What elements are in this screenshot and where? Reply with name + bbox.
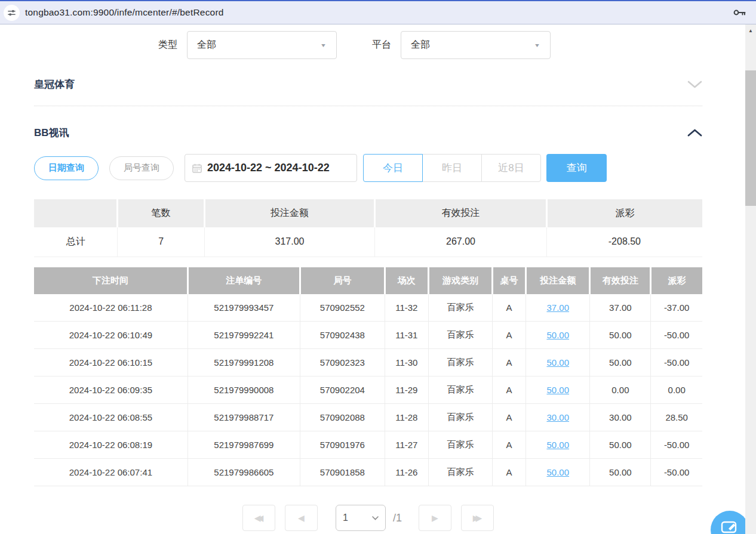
bet-table-cell: 50.00: [526, 322, 590, 349]
bet-amount-link[interactable]: 50.00: [546, 330, 569, 340]
bet-table-cell: 百家乐: [428, 376, 492, 404]
bet-table-cell: A: [493, 459, 526, 486]
bet-table-header-cell: 游戏类别: [428, 267, 492, 294]
scrollbar[interactable]: ▲: [745, 24, 756, 534]
bet-amount-link[interactable]: 50.00: [546, 440, 569, 450]
summary-table: 笔数 投注金额 有效投注 派彩 总计 7 317.00 267.00 -208.…: [34, 199, 702, 257]
type-select[interactable]: 全部 ▼: [187, 31, 337, 59]
site-settings-icon[interactable]: [4, 5, 20, 21]
bet-table-header-cell: 派彩: [651, 267, 702, 294]
bet-table-cell: 50.00: [526, 459, 590, 486]
bet-amount-link[interactable]: 50.00: [546, 357, 569, 368]
search-button[interactable]: 查询: [546, 154, 607, 182]
page-select-value: 1: [343, 513, 348, 523]
bet-table-row: 2024-10-22 06:08:19521979987699570901976…: [34, 431, 702, 459]
bet-table-row: 2024-10-22 06:07:41521979986605570901858…: [34, 459, 702, 486]
platform-select-value: 全部: [411, 39, 430, 51]
bet-table-header-row: 下注时间注单编号局号场次游戏类别桌号投注金额有效投注派彩: [34, 267, 702, 294]
date-query-tab[interactable]: 日期查询: [34, 156, 99, 180]
date-range-value: 2024-10-22 ~ 2024-10-22: [207, 162, 330, 174]
bet-table-cell: 百家乐: [428, 322, 492, 349]
bet-table-cell: A: [493, 376, 526, 404]
bet-table-cell: 50.00: [590, 349, 651, 376]
bet-table-cell: 521979990008: [188, 376, 300, 404]
bet-table-cell: 521979987699: [188, 431, 300, 459]
bet-amount-link[interactable]: 30.00: [546, 412, 569, 422]
summary-bet-amount-value: 317.00: [204, 227, 374, 257]
page-select[interactable]: 1: [336, 505, 386, 531]
yesterday-button[interactable]: 昨日: [422, 154, 482, 182]
bet-table-cell: 11-27: [385, 431, 428, 459]
bet-table-cell: 570902204: [300, 376, 385, 404]
bet-table-cell: 570901976: [300, 431, 385, 459]
url-text[interactable]: tongbao31.com:9900/infe/mcenter/#/betRec…: [25, 7, 732, 18]
bet-table-cell: 37.00: [526, 294, 590, 322]
bet-table-row: 2024-10-22 06:08:55521979988717570902088…: [34, 404, 702, 431]
last-page-button[interactable]: ▶▶: [461, 505, 494, 531]
chevron-down-icon: ▼: [534, 42, 540, 48]
bet-table-cell: 570902088: [300, 404, 385, 431]
bet-table-cell: 2024-10-22 06:08:55: [34, 404, 188, 431]
bet-table-header-cell: 桌号: [493, 267, 526, 294]
pagination: ◀◀ ◀ 1 /1 ▶ ▶▶: [34, 505, 702, 531]
crown-sports-title: 皇冠体育: [34, 78, 75, 91]
summary-total-label: 总计: [34, 227, 118, 257]
chevron-down-icon: [372, 516, 379, 520]
platform-select[interactable]: 全部 ▼: [401, 31, 551, 59]
prev-page-button[interactable]: ◀: [285, 505, 318, 531]
bet-table-body: 2024-10-22 06:11:28521979993457570902552…: [34, 294, 702, 486]
bet-table-cell: A: [493, 431, 526, 459]
bet-table-cell: 50.00: [590, 431, 651, 459]
password-key-icon[interactable]: [732, 6, 746, 19]
first-page-button[interactable]: ◀◀: [242, 505, 275, 531]
date-range-input[interactable]: 2024-10-22 ~ 2024-10-22: [185, 154, 357, 182]
browser-address-bar[interactable]: tongbao31.com:9900/infe/mcenter/#/betRec…: [0, 0, 756, 24]
chevron-up-icon[interactable]: [687, 128, 702, 137]
scroll-up-arrow[interactable]: ▲: [745, 24, 756, 36]
bet-table-cell: 521979988717: [188, 404, 300, 431]
bet-table-cell: 2024-10-22 06:07:41: [34, 459, 188, 486]
section-bb-video[interactable]: BB视讯: [34, 125, 702, 140]
page-content: 类型 全部 ▼ 平台 全部 ▼ 皇冠体育 BB视讯: [0, 24, 756, 534]
section-crown-sports[interactable]: 皇冠体育: [34, 77, 702, 91]
bet-amount-link[interactable]: 50.00: [546, 385, 569, 395]
bet-table-header-cell: 投注金额: [526, 267, 590, 294]
round-query-tab[interactable]: 局号查询: [109, 156, 174, 180]
summary-header-count: 笔数: [118, 199, 204, 227]
bet-table-cell: 11-28: [385, 404, 428, 431]
bet-table-cell: 百家乐: [428, 404, 492, 431]
bet-table-cell: 570901858: [300, 459, 385, 486]
bet-table-cell: 2024-10-22 06:09:35: [34, 376, 188, 404]
bb-video-title: BB视讯: [34, 126, 69, 140]
bet-table-cell: 50.00: [590, 322, 651, 349]
bet-table-cell: 50.00: [526, 431, 590, 459]
summary-header-blank: [34, 199, 118, 227]
bet-table-header-cell: 场次: [385, 267, 428, 294]
platform-filter-label: 平台: [372, 39, 391, 51]
bet-record-table: 下注时间注单编号局号场次游戏类别桌号投注金额有效投注派彩 2024-10-22 …: [34, 267, 702, 487]
bet-table-cell: -50.00: [651, 459, 702, 486]
bet-table-cell: 百家乐: [428, 459, 492, 486]
bet-table-cell: 50.00: [590, 459, 651, 486]
bet-amount-link[interactable]: 50.00: [546, 467, 569, 477]
bet-table-cell: 百家乐: [428, 431, 492, 459]
bet-table-cell: 2024-10-22 06:10:49: [34, 322, 188, 349]
bet-table-cell: -50.00: [651, 322, 702, 349]
bet-table-cell: 百家乐: [428, 294, 492, 322]
summary-payout-value: -208.50: [546, 227, 702, 257]
summary-header-payout: 派彩: [546, 199, 702, 227]
bet-table-cell: 11-29: [385, 376, 428, 404]
summary-valid-bet-value: 267.00: [375, 227, 547, 257]
bet-amount-link[interactable]: 37.00: [546, 303, 569, 313]
next-page-button[interactable]: ▶: [419, 505, 451, 531]
summary-header-valid-bet: 有效投注: [375, 199, 547, 227]
today-button[interactable]: 今日: [363, 154, 423, 182]
scrollbar-thumb[interactable]: [745, 70, 756, 206]
section-divider: [34, 106, 702, 106]
chevron-down-icon[interactable]: [687, 80, 702, 89]
bet-table-cell: 2024-10-22 06:11:28: [34, 294, 188, 322]
bet-table-cell: 570902552: [300, 294, 385, 322]
last8days-button[interactable]: 近8日: [481, 154, 541, 182]
query-bar: 日期查询 局号查询 2024-10-22 ~ 2024-10-22 今日: [34, 154, 702, 182]
bet-table-cell: 11-31: [385, 322, 428, 349]
